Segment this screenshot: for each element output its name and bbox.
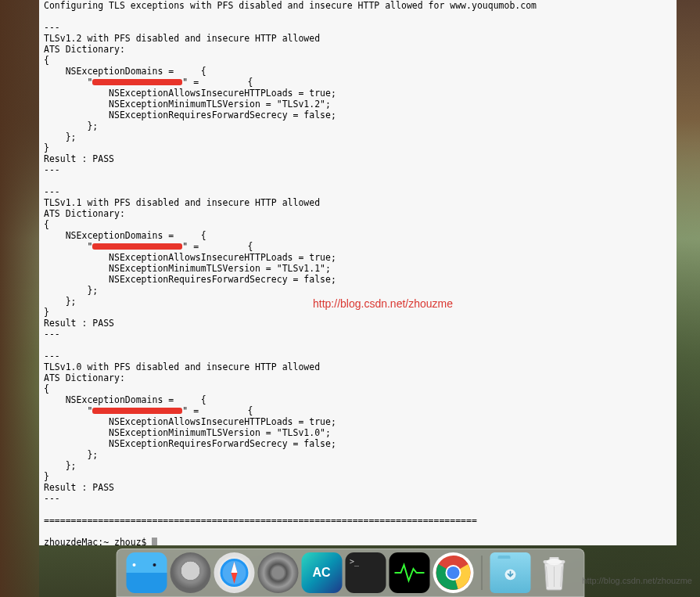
dock-chrome-icon[interactable] <box>433 552 473 593</box>
watermark-center: http://blog.csdn.net/zhouzme <box>313 297 453 310</box>
terminal-output: Configuring TLS exceptions with PFS disa… <box>44 0 672 545</box>
svg-point-6 <box>447 566 459 579</box>
dock-settings-icon[interactable] <box>257 552 298 593</box>
dock-downloads-icon[interactable] <box>490 552 530 593</box>
dock-trash-icon[interactable] <box>533 552 574 593</box>
terminal-window[interactable]: Configuring TLS exceptions with PFS disa… <box>39 0 677 545</box>
dock-appcode-icon[interactable]: AC <box>301 552 342 593</box>
dock-divider <box>481 556 482 590</box>
terminal-cursor <box>152 538 157 545</box>
dock: AC >_ <box>116 548 584 597</box>
wallpaper-edge <box>0 0 39 597</box>
watermark-corner: http://blog.csdn.net/zhouzme <box>582 576 692 585</box>
redacted-domain <box>92 408 182 414</box>
dock-finder-icon[interactable] <box>126 552 167 593</box>
dock-safari-icon[interactable] <box>214 552 254 593</box>
redacted-domain <box>92 243 182 250</box>
redacted-domain <box>92 79 182 85</box>
dock-terminal-icon[interactable]: >_ <box>345 552 386 593</box>
terminal-label: >_ <box>350 557 359 566</box>
dock-activity-monitor-icon[interactable] <box>389 552 429 593</box>
svg-point-10 <box>546 559 562 565</box>
appcode-label: AC <box>312 566 330 580</box>
dock-launchpad-icon[interactable] <box>170 552 210 593</box>
